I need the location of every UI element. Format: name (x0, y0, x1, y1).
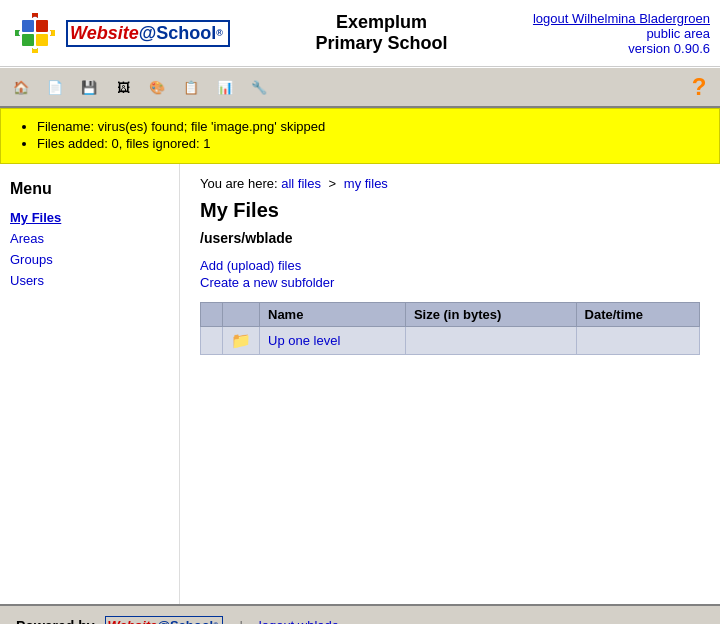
upload-files-link[interactable]: Add (upload) files (200, 258, 700, 273)
header-user-info: logout Wilhelmina Bladergroen public are… (533, 11, 710, 56)
sidebar-item-users[interactable]: Users (10, 273, 169, 288)
chart-icon[interactable]: 📊 (210, 72, 240, 102)
save-icon[interactable]: 💾 (74, 72, 104, 102)
powered-by-label: Powered by (16, 618, 95, 625)
header: Website@School® Exemplum Primary School … (0, 0, 720, 67)
logout-link[interactable]: logout Wilhelmina Bladergroen (533, 11, 710, 26)
svg-rect-0 (22, 20, 34, 32)
col-header-datetime: Date/time (576, 303, 699, 327)
row-size (405, 327, 576, 355)
row-datetime (576, 327, 699, 355)
table-header-row: Name Size (in bytes) Date/time (201, 303, 700, 327)
sidebar-menu-label: Menu (10, 180, 169, 198)
col-header-cb1 (201, 303, 223, 327)
alert-bar: Filename: virus(es) found; file 'image.p… (0, 108, 720, 164)
table-row: 📁 Up one level (201, 327, 700, 355)
breadcrumb: You are here: all files > my files (200, 176, 700, 191)
page-icon[interactable]: 📄 (40, 72, 70, 102)
wrench-icon[interactable]: 🔧 (244, 72, 274, 102)
toolbar: 🏠 📄 💾 🖼 🎨 📋 📊 🔧 ? (0, 67, 720, 108)
col-header-cb2 (223, 303, 260, 327)
breadcrumb-prefix: You are here: (200, 176, 278, 191)
breadcrumb-current[interactable]: my files (344, 176, 388, 191)
image-icon[interactable]: 🖼 (108, 72, 138, 102)
sidebar-item-groups[interactable]: Groups (10, 252, 169, 267)
alert-item: Filename: virus(es) found; file 'image.p… (37, 119, 703, 134)
content-area: You are here: all files > my files My Fi… (180, 164, 720, 604)
row-cb1 (201, 327, 223, 355)
col-header-size: Size (in bytes) (405, 303, 576, 327)
create-subfolder-link[interactable]: Create a new subfolder (200, 275, 700, 290)
up-one-level-link[interactable]: Up one level (268, 333, 340, 348)
footer-logout-link[interactable]: logout wblade (259, 618, 339, 624)
row-cb2: 📁 (223, 327, 260, 355)
checklist-icon[interactable]: 📋 (176, 72, 206, 102)
breadcrumb-separator: > (329, 176, 337, 191)
site-logo: Website@School® (66, 20, 230, 47)
help-icon[interactable]: ? (684, 72, 714, 102)
current-path: /users/wblade (200, 230, 700, 246)
alert-item: Files added: 0, files ignored: 1 (37, 136, 703, 151)
page-title: My Files (200, 199, 700, 222)
paint-icon[interactable]: 🎨 (142, 72, 172, 102)
sidebar: Menu My Files Areas Groups Users (0, 164, 180, 604)
sidebar-item-myfiles[interactable]: My Files (10, 210, 169, 225)
logo-puzzle-icon (10, 8, 60, 58)
folder-icon: 📁 (231, 332, 251, 349)
svg-rect-1 (36, 20, 48, 32)
breadcrumb-all-files[interactable]: all files (281, 176, 321, 191)
version-label: version 0.90.6 (533, 41, 710, 56)
main-layout: Menu My Files Areas Groups Users You are… (0, 164, 720, 604)
footer-logo: Website@School® (105, 616, 224, 624)
svg-rect-2 (22, 34, 34, 46)
header-school-name: Exemplum Primary School (230, 12, 533, 54)
footer: Powered by Website@School® | logout wbla… (0, 604, 720, 624)
footer-separator: | (239, 618, 242, 624)
col-header-name: Name (260, 303, 406, 327)
sidebar-item-areas[interactable]: Areas (10, 231, 169, 246)
file-table: Name Size (in bytes) Date/time 📁 Up one … (200, 302, 700, 355)
action-links: Add (upload) files Create a new subfolde… (200, 258, 700, 290)
home-icon[interactable]: 🏠 (6, 72, 36, 102)
area-label: public area (533, 26, 710, 41)
svg-rect-3 (36, 34, 48, 46)
row-name[interactable]: Up one level (260, 327, 406, 355)
